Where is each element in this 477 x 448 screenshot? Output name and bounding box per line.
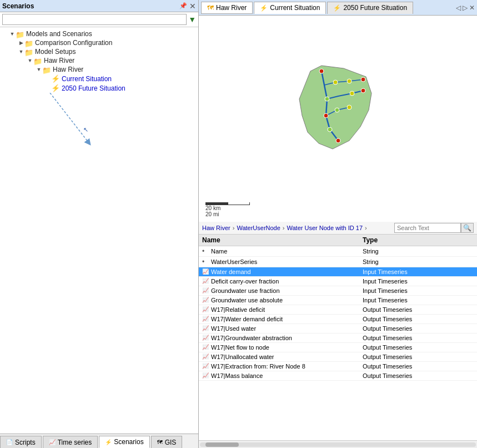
svg-point-9: [347, 79, 352, 83]
prop-type: Output Timeseries: [363, 372, 474, 379]
tab-bar: 🗺 Haw River ⚡ Current Situation ⚡ 2050 F…: [199, 0, 477, 16]
table-row[interactable]: 📈 W17|Groundwater abstraction Output Tim…: [199, 333, 477, 343]
table-row[interactable]: 📈 W17|Water demand deficit Output Timese…: [199, 315, 477, 324]
nav-back-icon[interactable]: ◁: [456, 4, 461, 12]
svg-line-0: [50, 93, 89, 143]
svg-point-5: [324, 113, 328, 118]
svg-point-13: [328, 127, 332, 132]
prop-name: W17|Mass balance: [211, 372, 363, 379]
prop-name: W17|Net flow to node: [211, 344, 363, 351]
tab-scripts[interactable]: 📄 Scripts: [0, 436, 42, 448]
scenario-icon-future: ⚡: [51, 84, 60, 92]
expand-arrow: ▼: [36, 67, 42, 72]
breadcrumb-search-input[interactable]: [394, 223, 461, 233]
dotted-arrow-area: ↖: [0, 93, 198, 160]
tree-item-haw-river-group[interactable]: ▼ 📁 Haw River: [0, 56, 198, 65]
header-type: Type: [363, 236, 474, 244]
expand-arrow: ▼: [18, 49, 24, 54]
left-panel-title: Scenarios: [2, 2, 34, 10]
prop-header: Name Type: [199, 235, 477, 246]
table-row[interactable]: 📈 W17|Net flow to node Output Timeseries: [199, 343, 477, 352]
prop-type: Output Timeseries: [363, 316, 474, 322]
row-icon-chart: 📈: [202, 306, 211, 312]
svg-point-8: [333, 80, 338, 84]
row-icon-chart: 📈: [202, 344, 211, 350]
timeseries-tab-icon: 📈: [49, 439, 56, 445]
scenarios-tab-icon: ⚡: [105, 439, 112, 445]
left-panel: Scenarios 📌 ✕ ▼ ▼ 📁 Models and Scenarios…: [0, 0, 199, 448]
expand-arrow: ▶: [18, 40, 24, 46]
row-icon-chart: 📈: [202, 278, 211, 284]
tab-scenarios[interactable]: ⚡ Scenarios: [99, 436, 149, 448]
folder-icon: 📁: [24, 39, 33, 46]
prop-type: Output Timeseries: [363, 344, 474, 351]
prop-name: W17|Groundwater abstraction: [211, 335, 363, 341]
tree-item-current-situation[interactable]: ⚡ Current Situation: [0, 74, 198, 83]
tree-item-models-and-scenarios[interactable]: ▼ 📁 Models and Scenarios: [0, 29, 198, 38]
tab-current-situation-label: Current Situation: [270, 4, 320, 12]
table-row-selected[interactable]: 📈 Water demand Input Timeseries: [199, 267, 477, 277]
tab-future-situation[interactable]: ⚡ 2050 Future Situation: [327, 2, 413, 14]
breadcrumb-node-id17[interactable]: Water User Node with ID 17: [287, 225, 363, 231]
tree-item-future-situation[interactable]: ⚡ 2050 Future Situation: [0, 83, 198, 93]
nav-forward-icon[interactable]: ▷: [463, 4, 468, 12]
prop-name: Deficit carry-over fraction: [211, 278, 363, 285]
table-row[interactable]: • WaterUserSeries String: [199, 257, 477, 267]
search-input[interactable]: [2, 14, 187, 25]
tree-item-haw-river-sub[interactable]: ▼ 📁 Haw River: [0, 65, 198, 74]
pin-icon[interactable]: 📌: [178, 2, 188, 9]
map-svg: [277, 60, 399, 177]
tree-label: Models and Scenarios: [26, 30, 92, 38]
search-down-button[interactable]: ▼: [188, 15, 196, 24]
folder-icon: 📁: [24, 48, 33, 55]
breadcrumb-water-user-node[interactable]: WaterUserNode: [237, 225, 280, 231]
prop-type: Input Timeseries: [363, 278, 474, 285]
svg-point-7: [325, 97, 329, 101]
breadcrumb-search-icon[interactable]: 🔍: [461, 223, 474, 233]
prop-name: W17|Water demand deficit: [211, 316, 363, 322]
tree-item-comparison-config[interactable]: ▶ 📁 Comparison Configuration: [0, 38, 198, 47]
cursor-indicator: ↖: [83, 126, 88, 133]
right-panel: 🗺 Haw River ⚡ Current Situation ⚡ 2050 F…: [199, 0, 477, 448]
breadcrumb-sep-1: ›: [233, 225, 235, 231]
table-row[interactable]: 📈 W17|Unallocated water Output Timeserie…: [199, 352, 477, 362]
scale-mi-label: 20 mi: [205, 211, 250, 217]
breadcrumb-haw-river[interactable]: Haw River: [202, 225, 230, 231]
prop-name: WaterUserSeries: [211, 258, 363, 265]
folder-icon: 📁: [16, 31, 24, 37]
table-row[interactable]: 📈 Groundwater use absolute Input Timeser…: [199, 296, 477, 305]
tree-item-model-setups[interactable]: ▼ 📁 Model Setups: [0, 47, 198, 56]
left-panel-header: Scenarios 📌 ✕: [0, 0, 198, 12]
table-row[interactable]: • Name String: [199, 246, 477, 257]
table-row[interactable]: 📈 W17|Mass balance Output Timeseries: [199, 371, 477, 381]
prop-name: Name: [211, 248, 363, 255]
tab-haw-river[interactable]: 🗺 Haw River: [201, 2, 253, 14]
table-row[interactable]: 📈 Deficit carry-over fraction Input Time…: [199, 277, 477, 286]
horizontal-scrollbar[interactable]: [199, 440, 477, 448]
row-icon-dot: •: [202, 247, 211, 255]
tab-current-situation[interactable]: ⚡ Current Situation: [254, 2, 326, 14]
breadcrumb-bar: Haw River › WaterUserNode › Water User N…: [199, 222, 477, 235]
tab-close-icon[interactable]: ✕: [469, 4, 475, 12]
hscroll-thumb[interactable]: [205, 442, 239, 447]
scale-bar: [205, 202, 250, 205]
table-row[interactable]: 📈 W17|Extraction from: River Node 8 Outp…: [199, 362, 477, 371]
table-row[interactable]: 📈 Groundwater use fraction Input Timeser…: [199, 286, 477, 296]
scripts-tab-icon: 📄: [6, 439, 13, 445]
scale-bar-container: 20 km 20 mi: [205, 202, 250, 217]
table-row[interactable]: 📈 W17|Relative deficit Output Timeseries: [199, 305, 477, 315]
close-icon[interactable]: ✕: [189, 2, 196, 11]
dotted-arrow-svg: [44, 93, 155, 160]
row-icon-chart: 📈: [202, 354, 211, 360]
svg-point-10: [335, 108, 339, 112]
scale-km-label: 20 km: [205, 205, 250, 211]
breadcrumb-sep-3: ›: [365, 225, 367, 231]
svg-point-11: [347, 105, 352, 109]
tab-timeseries[interactable]: 📈 Time series: [43, 436, 98, 448]
table-row[interactable]: 📈 W17|Used water Output Timeseries: [199, 324, 477, 333]
gis-tab-icon: 🗺: [157, 439, 163, 445]
row-icon-chart: 📈: [202, 297, 211, 303]
row-icon-dot: •: [202, 258, 211, 266]
tab-scenarios-label: Scenarios: [114, 438, 143, 446]
tab-gis[interactable]: 🗺 GIS: [151, 436, 183, 448]
